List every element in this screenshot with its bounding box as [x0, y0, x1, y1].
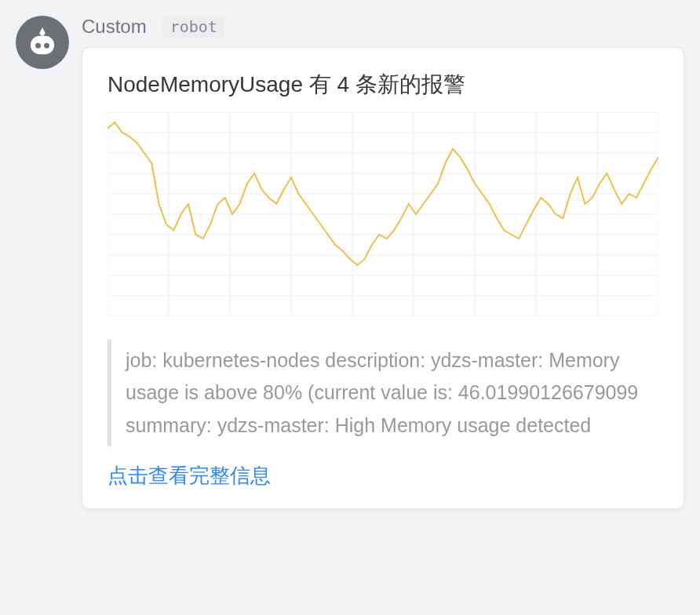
message-card: NodeMemoryUsage 有 4 条新的报警 job: kubernete… [82, 47, 684, 509]
message-header: Custom robot [82, 16, 684, 38]
svg-rect-0 [31, 36, 54, 54]
chart-panel [108, 112, 658, 316]
card-title: NodeMemoryUsage 有 4 条新的报警 [108, 70, 658, 100]
avatar [16, 16, 69, 69]
svg-point-1 [35, 43, 41, 49]
detail-block: job: kubernetes-nodes description: ydzs-… [108, 340, 658, 446]
svg-point-2 [44, 43, 49, 49]
view-more-link[interactable]: 点击查看完整信息 [108, 462, 658, 489]
bot-icon [25, 25, 60, 60]
sender-name: Custom [82, 16, 147, 38]
svg-point-3 [40, 31, 45, 36]
detail-text: job: kubernetes-nodes description: ydzs-… [126, 344, 658, 442]
sender-badge: robot [162, 16, 225, 38]
